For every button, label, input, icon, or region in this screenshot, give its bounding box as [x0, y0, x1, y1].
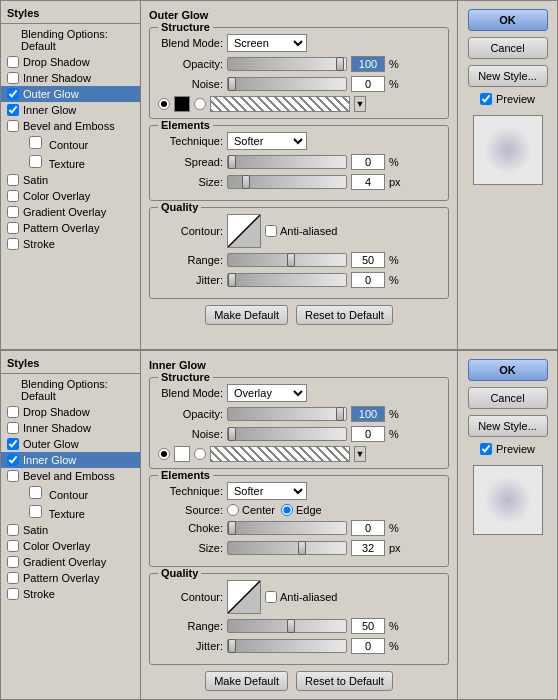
- jitter-thumb[interactable]: [228, 273, 236, 287]
- opacity-thumb[interactable]: [336, 57, 344, 71]
- jitter-thumb2[interactable]: [228, 639, 236, 653]
- sidebar2-item-pattern-overlay[interactable]: Pattern Overlay: [1, 570, 140, 586]
- noise-slider[interactable]: [227, 77, 347, 91]
- new-style-button[interactable]: New Style...: [468, 65, 548, 87]
- size-value[interactable]: 4: [351, 174, 385, 190]
- bevel-check2[interactable]: [7, 470, 19, 482]
- contour-check2[interactable]: [29, 486, 42, 499]
- noise-thumb2[interactable]: [228, 427, 236, 441]
- inner-shadow-check2[interactable]: [7, 422, 19, 434]
- ok-button[interactable]: OK: [468, 9, 548, 31]
- size-slider2[interactable]: [227, 541, 347, 555]
- sidebar-item-contour[interactable]: Contour: [1, 134, 140, 153]
- sidebar-item-stroke[interactable]: Stroke: [1, 236, 140, 252]
- ok-button2[interactable]: OK: [468, 359, 548, 381]
- color-gradient-swatch[interactable]: [210, 96, 350, 112]
- choke-value[interactable]: 0: [351, 520, 385, 536]
- color-swatch-white2[interactable]: [174, 446, 190, 462]
- sidebar2-item-contour[interactable]: Contour: [1, 484, 140, 503]
- sidebar2-item-inner-glow[interactable]: Inner Glow: [1, 452, 140, 468]
- texture-check2[interactable]: [29, 505, 42, 518]
- blend-mode-select[interactable]: Screen Overlay Normal Multiply: [227, 34, 307, 52]
- sidebar2-item-bevel[interactable]: Bevel and Emboss: [1, 468, 140, 484]
- bevel-check[interactable]: [7, 120, 19, 132]
- contour-check[interactable]: [29, 136, 42, 149]
- sidebar2-item-drop-shadow[interactable]: Drop Shadow: [1, 404, 140, 420]
- reset-default-btn[interactable]: Reset to Default: [296, 305, 393, 325]
- sidebar2-item-inner-shadow[interactable]: Inner Shadow: [1, 420, 140, 436]
- drop-shadow-check2[interactable]: [7, 406, 19, 418]
- color-radio-gradient[interactable]: [194, 98, 206, 110]
- sidebar-item-texture[interactable]: Texture: [1, 153, 140, 172]
- range-slider2[interactable]: [227, 619, 347, 633]
- spread-slider[interactable]: [227, 155, 347, 169]
- sidebar2-item-color-overlay[interactable]: Color Overlay: [1, 538, 140, 554]
- stroke-check[interactable]: [7, 238, 19, 250]
- satin-check2[interactable]: [7, 524, 19, 536]
- texture-check[interactable]: [29, 155, 42, 168]
- inner-glow-check2[interactable]: [7, 454, 19, 466]
- color-radio-solid[interactable]: [158, 98, 170, 110]
- anti-aliased-check2[interactable]: [265, 591, 277, 603]
- size-thumb2[interactable]: [298, 541, 306, 555]
- cancel-button2[interactable]: Cancel: [468, 387, 548, 409]
- sidebar2-item-gradient-overlay[interactable]: Gradient Overlay: [1, 554, 140, 570]
- gradient-overlay-check2[interactable]: [7, 556, 19, 568]
- new-style-button2[interactable]: New Style...: [468, 415, 548, 437]
- size-thumb[interactable]: [242, 175, 250, 189]
- stroke-check2[interactable]: [7, 588, 19, 600]
- choke-slider[interactable]: [227, 521, 347, 535]
- size-slider[interactable]: [227, 175, 347, 189]
- sidebar-item-outer-glow[interactable]: Outer Glow: [1, 86, 140, 102]
- jitter-value2[interactable]: 0: [351, 638, 385, 654]
- color-overlay-check[interactable]: [7, 190, 19, 202]
- sidebar-item-satin[interactable]: Satin: [1, 172, 140, 188]
- blend-mode-select2[interactable]: Overlay Screen Normal Multiply: [227, 384, 307, 402]
- noise-value2[interactable]: 0: [351, 426, 385, 442]
- sidebar2-item-satin[interactable]: Satin: [1, 522, 140, 538]
- range-thumb2[interactable]: [287, 619, 295, 633]
- spread-value[interactable]: 0: [351, 154, 385, 170]
- color-radio-gradient2[interactable]: [194, 448, 206, 460]
- sidebar-item-blending[interactable]: Blending Options: Default: [1, 26, 140, 54]
- contour-preview[interactable]: [227, 214, 261, 248]
- opacity-thumb2[interactable]: [336, 407, 344, 421]
- sidebar-item-color-overlay[interactable]: Color Overlay: [1, 188, 140, 204]
- source-edge-label[interactable]: Edge: [281, 504, 322, 516]
- contour-preview2[interactable]: [227, 580, 261, 614]
- source-edge-radio[interactable]: [281, 504, 293, 516]
- source-center-label[interactable]: Center: [227, 504, 275, 516]
- jitter-slider[interactable]: [227, 273, 347, 287]
- sidebar2-item-blending[interactable]: Blending Options: Default: [1, 376, 140, 404]
- sidebar-item-inner-shadow[interactable]: Inner Shadow: [1, 70, 140, 86]
- sidebar2-item-stroke[interactable]: Stroke: [1, 586, 140, 602]
- sidebar-item-gradient-overlay[interactable]: Gradient Overlay: [1, 204, 140, 220]
- sidebar2-item-texture[interactable]: Texture: [1, 503, 140, 522]
- pattern-overlay-check2[interactable]: [7, 572, 19, 584]
- source-center-radio[interactable]: [227, 504, 239, 516]
- sidebar-item-pattern-overlay[interactable]: Pattern Overlay: [1, 220, 140, 236]
- anti-aliased-label[interactable]: Anti-aliased: [265, 225, 337, 237]
- choke-thumb[interactable]: [228, 521, 236, 535]
- satin-check[interactable]: [7, 174, 19, 186]
- opacity-value2[interactable]: 100: [351, 406, 385, 422]
- pattern-overlay-check[interactable]: [7, 222, 19, 234]
- spread-thumb[interactable]: [228, 155, 236, 169]
- technique-select2[interactable]: Softer Precise: [227, 482, 307, 500]
- make-default-btn2[interactable]: Make Default: [205, 671, 288, 691]
- anti-aliased-check[interactable]: [265, 225, 277, 237]
- outer-glow-check2[interactable]: [7, 438, 19, 450]
- opacity-slider2[interactable]: [227, 407, 347, 421]
- color-radio-solid2[interactable]: [158, 448, 170, 460]
- anti-aliased-label2[interactable]: Anti-aliased: [265, 591, 337, 603]
- noise-value[interactable]: 0: [351, 76, 385, 92]
- outer-glow-check[interactable]: [7, 88, 19, 100]
- color-gradient-swatch2[interactable]: [210, 446, 350, 462]
- jitter-slider2[interactable]: [227, 639, 347, 653]
- sidebar-item-drop-shadow[interactable]: Drop Shadow: [1, 54, 140, 70]
- make-default-btn[interactable]: Make Default: [205, 305, 288, 325]
- sidebar-item-bevel[interactable]: Bevel and Emboss: [1, 118, 140, 134]
- jitter-value[interactable]: 0: [351, 272, 385, 288]
- size-value2[interactable]: 32: [351, 540, 385, 556]
- inner-glow-check[interactable]: [7, 104, 19, 116]
